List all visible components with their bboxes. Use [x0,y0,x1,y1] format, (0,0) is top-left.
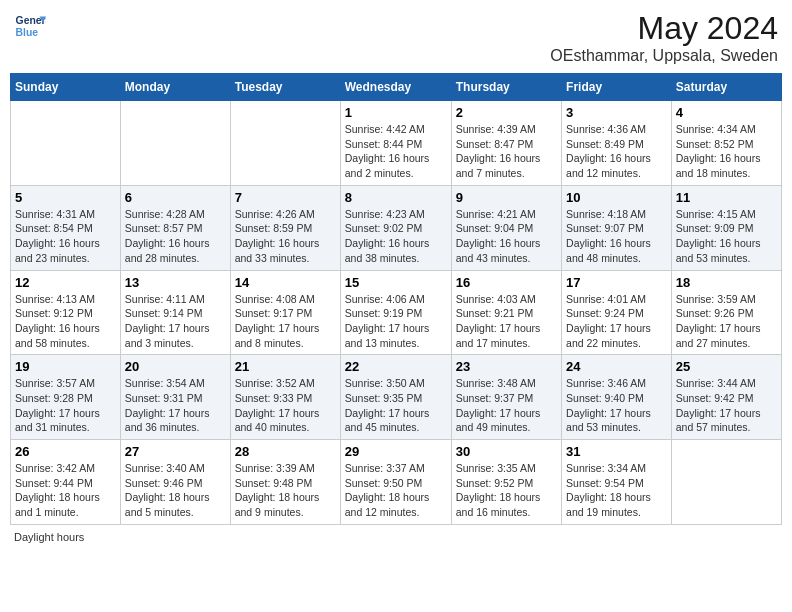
calendar-cell: 31Sunrise: 3:34 AM Sunset: 9:54 PM Dayli… [562,440,672,525]
day-number: 5 [15,190,116,205]
day-number: 25 [676,359,777,374]
day-info: Sunrise: 3:44 AM Sunset: 9:42 PM Dayligh… [676,376,777,435]
day-number: 12 [15,275,116,290]
day-number: 29 [345,444,447,459]
calendar-cell: 27Sunrise: 3:40 AM Sunset: 9:46 PM Dayli… [120,440,230,525]
calendar-cell: 12Sunrise: 4:13 AM Sunset: 9:12 PM Dayli… [11,270,121,355]
calendar-week-row: 26Sunrise: 3:42 AM Sunset: 9:44 PM Dayli… [11,440,782,525]
day-info: Sunrise: 4:08 AM Sunset: 9:17 PM Dayligh… [235,292,336,351]
day-info: Sunrise: 4:42 AM Sunset: 8:44 PM Dayligh… [345,122,447,181]
day-number: 13 [125,275,226,290]
day-number: 7 [235,190,336,205]
day-number: 24 [566,359,667,374]
calendar-table: SundayMondayTuesdayWednesdayThursdayFrid… [10,73,782,525]
calendar-cell: 22Sunrise: 3:50 AM Sunset: 9:35 PM Dayli… [340,355,451,440]
day-number: 6 [125,190,226,205]
page-title: May 2024 [550,10,778,47]
day-number: 10 [566,190,667,205]
page-header: General Blue May 2024 OEsthammar, Uppsal… [10,10,782,65]
day-info: Sunrise: 4:21 AM Sunset: 9:04 PM Dayligh… [456,207,557,266]
calendar-cell: 8Sunrise: 4:23 AM Sunset: 9:02 PM Daylig… [340,185,451,270]
calendar-cell: 3Sunrise: 4:36 AM Sunset: 8:49 PM Daylig… [562,101,672,186]
day-info: Sunrise: 4:15 AM Sunset: 9:09 PM Dayligh… [676,207,777,266]
day-info: Sunrise: 4:13 AM Sunset: 9:12 PM Dayligh… [15,292,116,351]
day-info: Sunrise: 4:18 AM Sunset: 9:07 PM Dayligh… [566,207,667,266]
day-info: Sunrise: 3:37 AM Sunset: 9:50 PM Dayligh… [345,461,447,520]
page-subtitle: OEsthammar, Uppsala, Sweden [550,47,778,65]
day-info: Sunrise: 3:42 AM Sunset: 9:44 PM Dayligh… [15,461,116,520]
header-day-sunday: Sunday [11,74,121,101]
calendar-cell [11,101,121,186]
day-number: 28 [235,444,336,459]
day-number: 2 [456,105,557,120]
day-info: Sunrise: 3:48 AM Sunset: 9:37 PM Dayligh… [456,376,557,435]
day-number: 20 [125,359,226,374]
day-number: 1 [345,105,447,120]
day-number: 23 [456,359,557,374]
day-info: Sunrise: 4:34 AM Sunset: 8:52 PM Dayligh… [676,122,777,181]
calendar-cell: 2Sunrise: 4:39 AM Sunset: 8:47 PM Daylig… [451,101,561,186]
day-info: Sunrise: 4:28 AM Sunset: 8:57 PM Dayligh… [125,207,226,266]
day-number: 30 [456,444,557,459]
footer-label: Daylight hours [14,531,84,543]
day-info: Sunrise: 4:23 AM Sunset: 9:02 PM Dayligh… [345,207,447,266]
calendar-cell: 10Sunrise: 4:18 AM Sunset: 9:07 PM Dayli… [562,185,672,270]
calendar-week-row: 12Sunrise: 4:13 AM Sunset: 9:12 PM Dayli… [11,270,782,355]
day-info: Sunrise: 3:57 AM Sunset: 9:28 PM Dayligh… [15,376,116,435]
calendar-cell: 11Sunrise: 4:15 AM Sunset: 9:09 PM Dayli… [671,185,781,270]
footer: Daylight hours [10,531,782,543]
header-day-tuesday: Tuesday [230,74,340,101]
calendar-cell: 29Sunrise: 3:37 AM Sunset: 9:50 PM Dayli… [340,440,451,525]
calendar-cell: 14Sunrise: 4:08 AM Sunset: 9:17 PM Dayli… [230,270,340,355]
calendar-week-row: 19Sunrise: 3:57 AM Sunset: 9:28 PM Dayli… [11,355,782,440]
day-number: 11 [676,190,777,205]
calendar-cell: 21Sunrise: 3:52 AM Sunset: 9:33 PM Dayli… [230,355,340,440]
day-info: Sunrise: 3:39 AM Sunset: 9:48 PM Dayligh… [235,461,336,520]
calendar-cell: 5Sunrise: 4:31 AM Sunset: 8:54 PM Daylig… [11,185,121,270]
calendar-cell: 15Sunrise: 4:06 AM Sunset: 9:19 PM Dayli… [340,270,451,355]
day-info: Sunrise: 4:39 AM Sunset: 8:47 PM Dayligh… [456,122,557,181]
calendar-cell [120,101,230,186]
day-number: 8 [345,190,447,205]
header-day-wednesday: Wednesday [340,74,451,101]
logo: General Blue [14,10,46,42]
day-number: 14 [235,275,336,290]
calendar-cell: 16Sunrise: 4:03 AM Sunset: 9:21 PM Dayli… [451,270,561,355]
day-info: Sunrise: 3:46 AM Sunset: 9:40 PM Dayligh… [566,376,667,435]
calendar-cell: 9Sunrise: 4:21 AM Sunset: 9:04 PM Daylig… [451,185,561,270]
day-number: 21 [235,359,336,374]
calendar-cell: 19Sunrise: 3:57 AM Sunset: 9:28 PM Dayli… [11,355,121,440]
calendar-week-row: 1Sunrise: 4:42 AM Sunset: 8:44 PM Daylig… [11,101,782,186]
day-info: Sunrise: 4:11 AM Sunset: 9:14 PM Dayligh… [125,292,226,351]
calendar-cell: 26Sunrise: 3:42 AM Sunset: 9:44 PM Dayli… [11,440,121,525]
calendar-week-row: 5Sunrise: 4:31 AM Sunset: 8:54 PM Daylig… [11,185,782,270]
day-info: Sunrise: 4:06 AM Sunset: 9:19 PM Dayligh… [345,292,447,351]
calendar-cell: 18Sunrise: 3:59 AM Sunset: 9:26 PM Dayli… [671,270,781,355]
calendar-cell: 25Sunrise: 3:44 AM Sunset: 9:42 PM Dayli… [671,355,781,440]
day-info: Sunrise: 4:01 AM Sunset: 9:24 PM Dayligh… [566,292,667,351]
day-number: 3 [566,105,667,120]
day-info: Sunrise: 3:34 AM Sunset: 9:54 PM Dayligh… [566,461,667,520]
svg-text:Blue: Blue [16,27,39,38]
day-number: 17 [566,275,667,290]
calendar-cell: 30Sunrise: 3:35 AM Sunset: 9:52 PM Dayli… [451,440,561,525]
day-info: Sunrise: 3:40 AM Sunset: 9:46 PM Dayligh… [125,461,226,520]
calendar-cell: 23Sunrise: 3:48 AM Sunset: 9:37 PM Dayli… [451,355,561,440]
day-number: 22 [345,359,447,374]
day-number: 18 [676,275,777,290]
day-number: 9 [456,190,557,205]
day-number: 26 [15,444,116,459]
day-info: Sunrise: 3:50 AM Sunset: 9:35 PM Dayligh… [345,376,447,435]
calendar-cell: 4Sunrise: 4:34 AM Sunset: 8:52 PM Daylig… [671,101,781,186]
calendar-cell: 13Sunrise: 4:11 AM Sunset: 9:14 PM Dayli… [120,270,230,355]
calendar-header-row: SundayMondayTuesdayWednesdayThursdayFrid… [11,74,782,101]
calendar-cell: 24Sunrise: 3:46 AM Sunset: 9:40 PM Dayli… [562,355,672,440]
header-day-monday: Monday [120,74,230,101]
day-number: 15 [345,275,447,290]
calendar-cell [671,440,781,525]
day-info: Sunrise: 3:52 AM Sunset: 9:33 PM Dayligh… [235,376,336,435]
calendar-cell: 7Sunrise: 4:26 AM Sunset: 8:59 PM Daylig… [230,185,340,270]
day-number: 19 [15,359,116,374]
header-day-saturday: Saturday [671,74,781,101]
day-number: 27 [125,444,226,459]
